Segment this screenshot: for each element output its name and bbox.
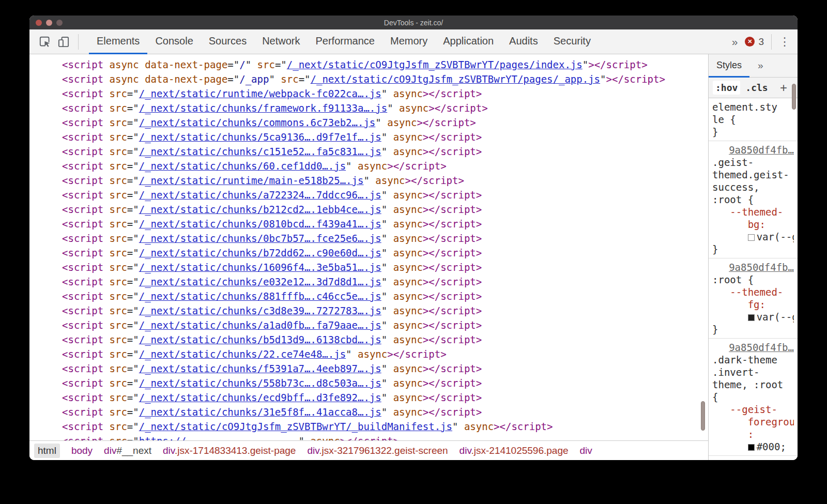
dom-tree-line[interactable]: <script src="/_next/static/chunks/e032e1…	[62, 274, 708, 289]
close-button[interactable]	[36, 20, 42, 26]
dom-tree-line[interactable]: <script src="/_next/static/chunks/22.ce7…	[62, 347, 708, 361]
resource-link[interactable]: /_next/static/chunks/0810bcd….f439a41….j…	[139, 218, 381, 230]
resource-link[interactable]: https://…………………………………………………	[139, 435, 299, 440]
dom-tree-line[interactable]: <script async data-next-page="/_app" src…	[62, 72, 708, 86]
style-rule-line[interactable]: .dark-theme	[712, 354, 794, 366]
tab-network[interactable]: Network	[254, 29, 308, 54]
resource-link[interactable]: /_next/static/chunks/16096f4….3e5ba51….j…	[139, 262, 381, 273]
style-rule-line[interactable]: .geist-	[712, 156, 794, 169]
inspect-element-button[interactable]	[36, 32, 54, 52]
resource-link[interactable]: /_next/static/chunks/558b73c….d8c503a….j…	[139, 377, 381, 389]
toggle-hover-state-button[interactable]: :hov	[713, 81, 740, 95]
dom-tree-line[interactable]: <script src="/_next/static/chunks/558b73…	[62, 376, 708, 390]
style-rule-line[interactable]: var(--g	[712, 311, 794, 323]
dom-tree-line[interactable]: <script src="/_next/static/chunks/c3d8e3…	[62, 303, 708, 318]
dom-tree-line[interactable]: <script src="/_next/static/runtime/main-…	[62, 173, 708, 188]
style-rule-line[interactable]: }	[712, 323, 794, 335]
style-rule[interactable]: 9a850df4fb….dark-theme.invert-theme, :ro…	[709, 339, 798, 456]
device-toolbar-button[interactable]	[54, 32, 73, 52]
tab-memory[interactable]: Memory	[382, 29, 435, 54]
dom-tree-line[interactable]: <script src="/_next/static/chunks/b5d13d…	[62, 332, 708, 347]
style-rule-line[interactable]: }	[712, 243, 794, 255]
style-rule-line[interactable]: themed.geist-	[712, 169, 794, 181]
breadcrumb-item[interactable]: body	[71, 445, 93, 456]
style-rule[interactable]: 9a850df4fb…:root { --themed- fg: var(--g…	[709, 258, 798, 339]
style-rule-line[interactable]: :	[712, 428, 794, 440]
resource-link[interactable]: /_next/static/chunks/b212cd2….1ebb4ce….j…	[139, 204, 381, 215]
dom-tree-line[interactable]: <script src="/_next/static/cO9JtgJsfm_zS…	[62, 419, 708, 434]
breadcrumb-item[interactable]: div#__next	[104, 445, 151, 456]
style-rule-line[interactable]: --themed-	[712, 206, 794, 218]
breadcrumb-item[interactable]: div	[580, 445, 592, 456]
dom-tree-line[interactable]: <script async data-next-page="/" src="/_…	[62, 57, 708, 72]
more-tabs-button[interactable]: »	[732, 36, 738, 48]
breadcrumb-item[interactable]: div.jsx-3217961322.geist-screen	[307, 445, 448, 456]
dom-tree-line[interactable]: <script src="/_next/static/chunks/31e5f8…	[62, 405, 708, 419]
resource-link[interactable]: /_next/static/cO9JtgJsfm_zSVBTBwrYT/page…	[311, 73, 601, 85]
sidebar-more-tabs-button[interactable]: »	[758, 60, 763, 71]
style-rule-line[interactable]: theme, :root	[712, 378, 794, 391]
tab-application[interactable]: Application	[435, 29, 501, 54]
breadcrumb-item[interactable]: div.jsx-2141025596.page	[460, 445, 569, 456]
stylesheet-link[interactable]: 9a850df4fb…	[712, 144, 794, 156]
dom-tree-line[interactable]: <script src="/_next/static/chunks/a72232…	[62, 188, 708, 202]
color-swatch[interactable]	[748, 314, 755, 321]
style-rule-line[interactable]: --geist-	[712, 403, 794, 416]
tab-performance[interactable]: Performance	[308, 29, 383, 54]
resource-link[interactable]: /_next/static/chunks/a1ad0fb….fa79aae….j…	[139, 319, 381, 331]
stylesheet-link[interactable]: 9a850df4fb…	[712, 261, 794, 273]
style-rule-line[interactable]: foregrou	[712, 416, 794, 428]
minimize-button[interactable]	[46, 20, 52, 26]
style-rule-line[interactable]: le {	[712, 113, 794, 126]
resource-link[interactable]: /_next/static/runtime/main-e518b25….js	[139, 175, 364, 186]
dom-tree-line[interactable]: <script src="/_next/static/chunks/881fff…	[62, 289, 708, 303]
style-rule-line[interactable]: #000;	[712, 440, 794, 453]
dom-tree-line[interactable]: <script src="/_next/static/runtime/webpa…	[62, 86, 708, 101]
styles-scrollbar-thumb[interactable]	[792, 84, 796, 110]
resource-link[interactable]: /_next/static/chunks/0bc7b57….fce25e6….j…	[139, 233, 381, 244]
style-rule-line[interactable]: var(--g	[712, 231, 794, 243]
resource-link[interactable]: /_next/static/chunks/60.cef1dd0….js	[139, 160, 346, 172]
dom-tree-line[interactable]: <script src="/_next/static/chunks/common…	[62, 115, 708, 130]
resource-link[interactable]: /_next/static/chunks/f5391a7….4eeb897….j…	[139, 363, 381, 374]
color-swatch[interactable]	[748, 444, 755, 451]
tab-audits[interactable]: Audits	[501, 29, 546, 54]
dom-tree-line[interactable]: <script src="/_next/static/chunks/0810bc…	[62, 217, 708, 231]
tab-sources[interactable]: Sources	[201, 29, 254, 54]
style-rule-line[interactable]: :root {	[712, 193, 794, 206]
dom-tree-line[interactable]: <script src="/_next/static/chunks/framew…	[62, 101, 708, 115]
dom-tree-line[interactable]: <script src="/_next/static/chunks/0bc7b5…	[62, 231, 708, 246]
style-rule-line[interactable]: {	[712, 391, 794, 403]
color-swatch[interactable]	[748, 234, 755, 241]
resource-link[interactable]: /_next/static/chunks/c3d8e39….7272783….j…	[139, 305, 381, 316]
resource-link[interactable]: /_next/static/chunks/c151e52….fa5c831….j…	[139, 146, 381, 157]
resource-link[interactable]: /_next/static/cO9JtgJsfm_zSVBTBwrYT/_bui…	[139, 421, 452, 432]
style-rule-line[interactable]: bg:	[712, 218, 794, 231]
tab-styles[interactable]: Styles	[709, 54, 749, 78]
devtools-menu-button[interactable]: ⋮	[779, 36, 790, 48]
resource-link[interactable]: /_next/static/chunks/b5d13d9….6138cbd….j…	[139, 334, 381, 345]
tab-elements[interactable]: Elements	[89, 29, 147, 54]
dom-tree-line[interactable]: <script src="/_next/static/chunks/5ca913…	[62, 130, 708, 144]
stylesheet-link[interactable]: 9a850df4fb…	[712, 341, 794, 354]
style-rule-line[interactable]: fg:	[712, 298, 794, 311]
dom-tree-line[interactable]: <script src="https://……………………………………………………	[62, 434, 708, 440]
resource-link[interactable]: /_next/static/chunks/31e5f8f….41acca8….j…	[139, 406, 381, 418]
resource-link[interactable]: /_next/static/chunks/5ca9136….d9f7e1f….j…	[139, 131, 381, 143]
dom-tree-line[interactable]: <script src="/_next/static/chunks/ecd9bf…	[62, 390, 708, 405]
style-rule-line[interactable]: :root {	[712, 273, 794, 286]
style-rule-line[interactable]: .invert-	[712, 366, 794, 378]
dom-tree-line[interactable]: <script src="/_next/static/chunks/b72dd6…	[62, 246, 708, 260]
dom-tree-line[interactable]: <script src="/_next/static/chunks/b212cd…	[62, 202, 708, 217]
resource-link[interactable]: /_next/static/chunks/commons.6c73eb2….js	[139, 117, 376, 128]
dom-tree-line[interactable]: <script src="/_next/static/chunks/a1ad0f…	[62, 318, 708, 332]
dom-tree-line[interactable]: <script src="/_next/static/chunks/c151e5…	[62, 144, 708, 159]
resource-link[interactable]: /_next/static/chunks/22.ce74e48….js	[139, 348, 346, 360]
style-rule[interactable]: element.style {}	[709, 98, 798, 141]
resource-link[interactable]: /_next/static/runtime/webpack-fc022ca….j…	[139, 88, 381, 99]
style-rule[interactable]: 9a850df4fb….geist-themed.geist-success,:…	[709, 141, 798, 258]
style-rule-line[interactable]: --themed-	[712, 286, 794, 298]
tab-security[interactable]: Security	[546, 29, 599, 54]
resource-link[interactable]: /_next/static/chunks/ecd9bff….d3fe892….j…	[139, 392, 381, 403]
breadcrumb-item[interactable]: html	[34, 444, 60, 458]
